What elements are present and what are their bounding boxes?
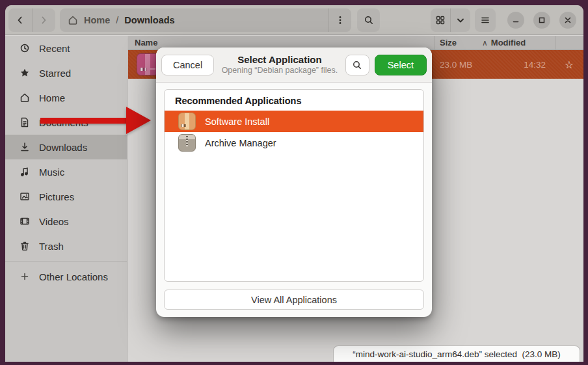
film-icon	[20, 216, 30, 226]
app-row-software-install[interactable]: Software Install	[165, 111, 423, 132]
home-icon	[20, 92, 30, 103]
sidebar-item-label: Documents	[39, 117, 88, 128]
recommended-applications-header: Recommended Applications	[165, 90, 423, 111]
grid-view-button[interactable]	[431, 8, 450, 32]
picture-icon	[20, 191, 30, 202]
sidebar-item-label: Trash	[39, 241, 64, 252]
sidebar-separator	[5, 261, 127, 262]
dialog-title: Select Application	[219, 54, 340, 66]
sidebar-item-videos[interactable]: Videos	[5, 209, 127, 234]
home-icon	[68, 15, 78, 25]
breadcrumb-home[interactable]: Home	[84, 15, 110, 25]
view-all-applications-button[interactable]: View All Applications	[164, 290, 424, 310]
forward-button[interactable]	[33, 8, 56, 32]
sidebar-item-label: Downloads	[39, 142, 87, 153]
sidebar-item-label: Videos	[39, 216, 69, 227]
archive-manager-icon	[178, 134, 196, 152]
download-icon	[20, 142, 30, 152]
cancel-button[interactable]: Cancel	[161, 55, 214, 75]
music-note-icon	[20, 167, 30, 177]
column-header-star	[555, 36, 583, 49]
app-name: Archive Manager	[205, 138, 276, 148]
sidebar-item-pictures[interactable]: Pictures	[5, 184, 127, 209]
search-button[interactable]	[357, 8, 380, 32]
dialog-body: Recommended Applications Software Instal…	[156, 83, 432, 317]
dialog-search-button[interactable]	[345, 55, 369, 75]
star-icon	[20, 68, 30, 78]
vertical-dots-icon	[335, 15, 345, 25]
sidebar-item-music[interactable]: Music	[5, 159, 127, 184]
close-button[interactable]	[559, 12, 576, 29]
app-row-archive-manager[interactable]: Archive Manager	[165, 132, 423, 154]
minimize-button[interactable]	[507, 12, 524, 29]
sidebar-item-label: Pictures	[39, 191, 74, 202]
dialog-subtitle: Opening “Debian package” files.	[219, 66, 340, 75]
chevron-right-icon	[38, 15, 49, 25]
maximize-button[interactable]	[533, 12, 550, 29]
select-application-dialog: Cancel Select Application Opening “Debia…	[156, 47, 432, 317]
sidebar: Recent Starred Home Documents Downloads …	[5, 36, 127, 362]
plus-icon	[20, 271, 30, 282]
sidebar-item-label: Other Locations	[39, 271, 108, 282]
star-outline-icon[interactable]: ☆	[555, 59, 583, 71]
column-header-modified[interactable]: ∧ Modified	[482, 36, 555, 49]
breadcrumb-current[interactable]: Downloads	[124, 15, 174, 25]
sidebar-item-label: Recent	[39, 43, 70, 54]
sidebar-item-label: Music	[39, 167, 64, 178]
search-icon	[352, 60, 362, 70]
dialog-title-block: Select Application Opening “Debian packa…	[219, 54, 340, 75]
sidebar-item-label: Starred	[39, 68, 71, 79]
sidebar-item-trash[interactable]: Trash	[5, 234, 127, 258]
file-size-cell: 23.0 MB	[435, 60, 482, 70]
view-toggle-group	[431, 8, 470, 32]
path-bar[interactable]: Home / Downloads	[60, 8, 351, 32]
path-menu-button[interactable]	[329, 8, 351, 32]
grid-icon	[435, 15, 446, 25]
main-menu-button[interactable]	[475, 8, 496, 32]
view-options-dropdown[interactable]	[451, 8, 470, 32]
application-list: Recommended Applications Software Instal…	[164, 89, 424, 282]
app-name: Software Install	[205, 116, 269, 127]
headerbar: Home / Downloads	[5, 5, 583, 35]
software-install-icon	[178, 113, 196, 130]
chevron-down-icon	[455, 15, 466, 25]
column-header-size[interactable]: Size	[435, 36, 482, 49]
sidebar-item-home[interactable]: Home	[5, 85, 127, 110]
document-icon	[20, 117, 30, 128]
clock-icon	[20, 43, 30, 53]
maximize-icon	[538, 16, 546, 24]
sidebar-item-starred[interactable]: Starred	[5, 61, 127, 85]
select-button[interactable]: Select	[375, 55, 427, 75]
sidebar-item-downloads[interactable]: Downloads	[5, 135, 127, 159]
sort-ascending-icon: ∧	[482, 38, 488, 47]
file-modified-cell: 14:32	[482, 60, 555, 70]
chevron-left-icon	[15, 15, 25, 25]
minimize-icon	[512, 16, 520, 24]
hamburger-icon	[480, 15, 490, 25]
nav-button-group	[8, 8, 55, 32]
sidebar-item-documents[interactable]: Documents	[5, 110, 127, 135]
deb-package-icon	[137, 53, 159, 75]
sidebar-item-other-locations[interactable]: Other Locations	[5, 264, 127, 289]
close-icon	[564, 16, 572, 24]
sidebar-item-label: Home	[39, 92, 65, 103]
trash-icon	[20, 241, 30, 251]
status-bar: “mind-work-ai-studio_arm64.deb” selected…	[333, 345, 580, 362]
sidebar-item-recent[interactable]: Recent	[5, 36, 127, 61]
search-icon	[364, 15, 374, 25]
dialog-header: Cancel Select Application Opening “Debia…	[156, 47, 432, 83]
breadcrumb-separator: /	[116, 15, 118, 25]
back-button[interactable]	[8, 8, 32, 32]
